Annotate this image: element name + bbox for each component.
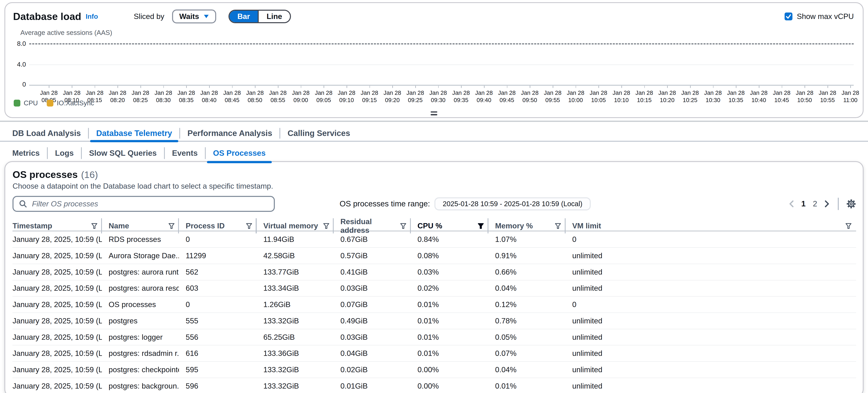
x-axis-tick (644, 86, 645, 88)
search-icon (19, 200, 27, 208)
os-processes-card: OS processes (16) Choose a datapoint on … (4, 161, 864, 393)
table-cell: 0.04% (488, 284, 565, 292)
page-2-button[interactable]: 2 (813, 199, 817, 208)
tab-calling-services[interactable]: Calling Services (280, 126, 358, 141)
x-axis-label: Jan 28 08:40 (200, 89, 218, 104)
x-axis-tick (278, 86, 278, 88)
time-range-value[interactable]: 2025-01-28 10:59 - 2025-01-28 10:59 (Loc… (434, 197, 591, 210)
column-label: Residual address (340, 217, 400, 235)
subtab-logs[interactable]: Logs (48, 145, 81, 161)
table-cell: January 28, 2025, 10:59 (Loc... (12, 300, 102, 309)
filter-input-wrapper (12, 196, 275, 212)
column-header-cpu[interactable]: CPU % (411, 217, 488, 235)
tab-db-load-analysis[interactable]: DB Load Analysis (5, 126, 88, 141)
x-axis-tick (759, 86, 760, 88)
x-axis-label: Jan 28 08:30 (155, 89, 172, 104)
tab-database-telemetry[interactable]: Database Telemetry (89, 126, 179, 141)
table-settings-button[interactable] (846, 199, 856, 208)
filter-funnel-icon (246, 223, 252, 229)
filter-funnel-icon (323, 223, 329, 229)
table-cell: 596 (179, 382, 256, 390)
subtab-events[interactable]: Events (165, 145, 205, 161)
column-label: Process ID (186, 222, 225, 230)
column-header-name[interactable]: Name (102, 217, 179, 235)
table-cell: 133.77GiB (257, 268, 334, 276)
subtab-slow-sql-queries[interactable]: Slow SQL Queries (82, 145, 164, 161)
resize-handle-icon (431, 114, 437, 115)
table-cell: 0.03GiB (334, 284, 411, 292)
filter-os-processes-input[interactable] (31, 199, 268, 209)
resize-handle[interactable] (428, 110, 439, 117)
x-axis-label: Jan 28 09:30 (429, 89, 447, 104)
table-cell: 0.02GiB (334, 365, 411, 374)
table-cell: 562 (179, 268, 256, 276)
column-label: Timestamp (12, 222, 52, 230)
legend-item-cpu[interactable]: CPU (14, 99, 38, 107)
subtab-metrics[interactable]: Metrics (5, 145, 47, 161)
subtab-os-processes[interactable]: OS Processes (206, 145, 273, 161)
database-load-title: Database load (13, 11, 81, 22)
line-toggle-button[interactable]: Line (258, 11, 290, 22)
x-axis: Jan 28 08:05Jan 28 08:10Jan 28 08:15Jan … (49, 86, 853, 105)
x-axis-label: Jan 28 09:50 (521, 89, 538, 104)
table-cell: OS processes (102, 300, 179, 309)
table-cell: 0.91% (488, 251, 565, 260)
column-header-vm-limit[interactable]: VM limit (565, 217, 856, 235)
column-label: Memory % (495, 222, 533, 230)
table-cell: unlimited (565, 333, 856, 341)
x-axis-label: Jan 28 10:10 (613, 89, 630, 104)
column-label: Name (108, 222, 129, 230)
table-cell: 0 (179, 300, 256, 309)
x-axis-label: Jan 28 09:40 (475, 89, 493, 104)
sliced-by-select[interactable]: Waits (172, 9, 216, 24)
x-axis-label: Jan 28 08:25 (131, 89, 149, 104)
x-axis-label: Jan 28 08:20 (109, 89, 126, 104)
table-cell: 0.01% (411, 300, 488, 309)
filter-funnel-icon (478, 223, 484, 229)
table-cell: 0.08% (411, 251, 488, 260)
table-row: January 28, 2025, 10:59 (Loc...postgres:… (12, 345, 856, 362)
table-cell: 0.01% (411, 349, 488, 358)
legend-item-io-xactsync[interactable]: IO:XactSync (47, 99, 94, 107)
column-header-timestamp[interactable]: Timestamp (12, 217, 102, 235)
legend-swatch (47, 100, 53, 106)
show-max-vcpu-group: Show max vCPU (784, 12, 854, 21)
x-axis-label: Jan 28 10:15 (636, 89, 653, 104)
table-cell: 133.32GiB (257, 316, 334, 325)
x-axis-label: Jan 28 10:05 (590, 89, 607, 104)
x-axis-label: Jan 28 08:45 (223, 89, 241, 104)
table-cell: 0.00% (411, 365, 488, 374)
section-divider (0, 121, 868, 122)
column-header-virtual-memory[interactable]: Virtual memory (257, 217, 334, 235)
column-header-residual-address[interactable]: Residual address (334, 217, 411, 235)
x-axis-tick (163, 86, 164, 88)
next-page-button[interactable] (823, 200, 830, 208)
x-axis-label: Jan 28 09:00 (292, 89, 309, 104)
filter-funnel-icon (845, 223, 851, 229)
show-max-vcpu-checkbox[interactable] (784, 12, 793, 20)
sliced-by-value: Waits (179, 12, 199, 21)
column-header-process-id[interactable]: Process ID (179, 217, 256, 235)
x-axis-label: Jan 28 08:55 (269, 89, 286, 104)
page-1-button[interactable]: 1 (801, 199, 806, 208)
info-link[interactable]: Info (86, 13, 98, 20)
x-axis-tick (346, 86, 347, 88)
table-cell: 0.49GiB (334, 316, 411, 325)
column-header-memory[interactable]: Memory % (488, 217, 565, 235)
table-cell: 0.03% (411, 268, 488, 276)
bar-toggle-button[interactable]: Bar (229, 11, 258, 22)
main-tab-bar: DB Load AnalysisDatabase TelemetryPerfor… (0, 126, 868, 142)
table-cell: RDS processes (102, 235, 179, 244)
y-tick-label: 0 (5, 81, 26, 88)
x-axis-tick (49, 86, 49, 88)
os-processes-toolbar: OS processes time range: 2025-01-28 10:5… (12, 196, 856, 212)
x-axis-tick (438, 86, 439, 88)
tab-performance-analysis[interactable]: Performance Analysis (180, 126, 279, 141)
table-cell: 133.32GiB (257, 382, 334, 390)
previous-page-button[interactable] (788, 200, 795, 208)
x-axis-tick (850, 86, 851, 88)
table-cell: postgres: rdsadmin r... (102, 349, 179, 358)
x-axis-label: Jan 28 10:30 (704, 89, 722, 104)
chart-legend: CPUIO:XactSync (14, 99, 94, 107)
table-cell: postgres: logger (102, 333, 179, 341)
